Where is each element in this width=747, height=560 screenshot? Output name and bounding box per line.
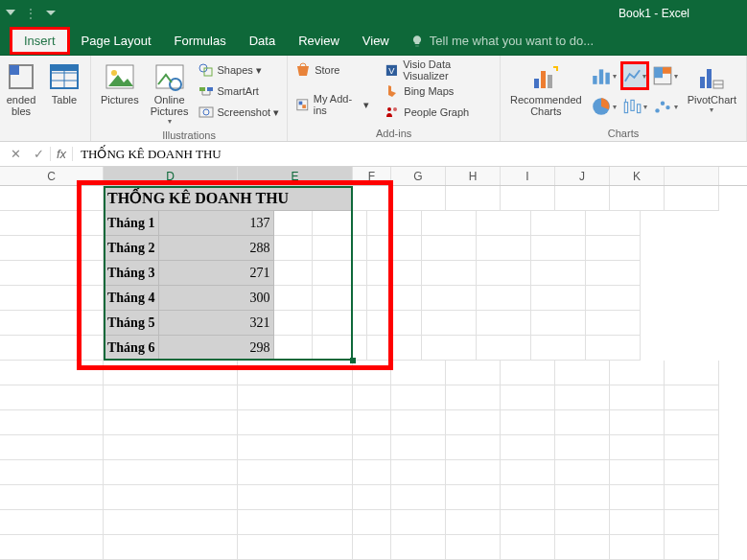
col-header[interactable]: D	[104, 167, 238, 185]
people-graph-button[interactable]: People Graph	[381, 102, 496, 123]
cell[interactable]	[555, 410, 610, 435]
tab-insert[interactable]: Insert	[10, 27, 70, 55]
cell[interactable]	[274, 211, 313, 236]
cell[interactable]	[238, 510, 353, 535]
cell[interactable]	[586, 236, 641, 261]
cell[interactable]	[313, 211, 367, 236]
cell[interactable]	[586, 261, 641, 286]
cell[interactable]	[422, 286, 477, 311]
cell[interactable]	[501, 410, 555, 435]
cell[interactable]	[501, 460, 555, 485]
cell[interactable]	[353, 186, 391, 211]
cell[interactable]	[555, 186, 610, 211]
cell[interactable]	[555, 361, 610, 385]
cell[interactable]	[446, 385, 501, 410]
col-header[interactable]: F	[353, 167, 391, 185]
cell[interactable]	[0, 435, 104, 460]
cell[interactable]	[104, 460, 238, 485]
cell[interactable]	[238, 535, 353, 560]
cell[interactable]	[313, 336, 367, 361]
cell[interactable]: Tháng 2	[104, 236, 159, 261]
cell[interactable]	[477, 211, 531, 236]
shapes-button[interactable]: Shapes ▾	[195, 59, 284, 81]
cell[interactable]	[477, 236, 531, 261]
pictures-button[interactable]: Pictures	[95, 59, 145, 107]
cell[interactable]	[665, 361, 719, 385]
tell-me-search[interactable]: Tell me what you want to do...	[410, 27, 594, 55]
cell[interactable]	[104, 410, 238, 435]
column-chart-button[interactable]: ▾	[590, 61, 619, 90]
cell[interactable]	[422, 236, 477, 261]
tab-review[interactable]: Review	[287, 27, 351, 55]
screenshot-button[interactable]: Screenshot ▾	[195, 102, 284, 123]
cell[interactable]	[446, 361, 501, 385]
cell[interactable]	[391, 535, 446, 560]
cell[interactable]	[555, 435, 610, 460]
recommended-pivottables-button[interactable]: ended bles	[0, 59, 42, 119]
cell[interactable]	[391, 410, 446, 435]
cell[interactable]	[665, 510, 719, 535]
cell[interactable]	[610, 460, 665, 485]
cell[interactable]	[104, 535, 238, 560]
cell[interactable]: 321	[159, 311, 274, 336]
cell[interactable]	[422, 211, 477, 236]
cell[interactable]	[353, 410, 391, 435]
cell[interactable]	[104, 510, 238, 535]
store-button[interactable]: Store	[292, 59, 373, 81]
cell[interactable]: 271	[159, 261, 274, 286]
cell[interactable]	[238, 485, 353, 510]
cell[interactable]	[353, 485, 391, 510]
cell[interactable]	[391, 385, 446, 410]
cell[interactable]	[477, 311, 531, 336]
cell[interactable]	[610, 186, 665, 211]
cell[interactable]	[531, 236, 586, 261]
online-pictures-button[interactable]: Online Pictures ▾	[145, 59, 195, 128]
selection-handle[interactable]	[350, 358, 356, 363]
cell[interactable]	[446, 186, 501, 211]
cell[interactable]	[274, 261, 313, 286]
cell[interactable]	[610, 361, 665, 385]
cell[interactable]	[0, 510, 104, 535]
cell[interactable]	[238, 435, 353, 460]
col-header[interactable]: K	[610, 167, 665, 185]
cell[interactable]	[531, 336, 586, 361]
cell[interactable]	[367, 211, 422, 236]
cell[interactable]	[353, 385, 391, 410]
cell[interactable]	[0, 460, 104, 485]
cell[interactable]: 300	[159, 286, 274, 311]
cell[interactable]	[313, 236, 367, 261]
cell[interactable]	[274, 286, 313, 311]
cell[interactable]	[665, 460, 719, 485]
cell[interactable]	[238, 410, 353, 435]
pivotchart-button[interactable]: PivotChart ▾	[682, 59, 742, 116]
cell[interactable]	[446, 510, 501, 535]
cell[interactable]: 288	[159, 236, 274, 261]
enter-button[interactable]: ✓	[27, 147, 50, 161]
cell[interactable]	[531, 311, 586, 336]
pie-chart-button[interactable]: ▾	[590, 92, 619, 121]
cell[interactable]: 298	[159, 336, 274, 361]
cell[interactable]	[367, 261, 422, 286]
cell[interactable]	[446, 460, 501, 485]
scatter-chart-button[interactable]: ▾	[651, 92, 680, 121]
table-button[interactable]: Table	[42, 59, 86, 107]
tab-formulas[interactable]: Formulas	[163, 27, 238, 55]
cell[interactable]	[238, 385, 353, 410]
cell[interactable]	[422, 311, 477, 336]
cell[interactable]	[0, 186, 104, 211]
tab-view[interactable]: View	[351, 27, 401, 55]
cell[interactable]	[353, 435, 391, 460]
cell[interactable]	[274, 311, 313, 336]
cell[interactable]	[274, 336, 313, 361]
cell[interactable]	[477, 336, 531, 361]
cell[interactable]	[0, 211, 104, 236]
cell[interactable]	[610, 510, 665, 535]
cell[interactable]	[238, 460, 353, 485]
col-header[interactable]: G	[391, 167, 446, 185]
cell[interactable]	[610, 410, 665, 435]
cell[interactable]	[353, 535, 391, 560]
cell[interactable]	[665, 535, 719, 560]
cell[interactable]	[586, 286, 641, 311]
cell[interactable]	[586, 211, 641, 236]
cell[interactable]	[610, 485, 665, 510]
